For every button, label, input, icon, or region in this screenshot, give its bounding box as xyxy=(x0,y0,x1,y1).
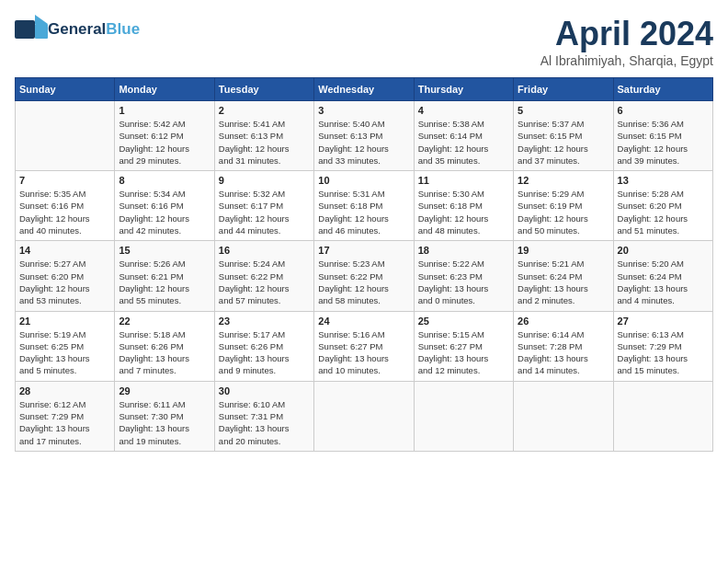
day-number: 25 xyxy=(418,316,509,327)
calendar-table: SundayMondayTuesdayWednesdayThursdayFrid… xyxy=(15,77,713,452)
day-info: Sunrise: 5:31 AM Sunset: 6:18 PM Dayligh… xyxy=(318,188,409,236)
day-info: Sunrise: 5:16 AM Sunset: 6:27 PM Dayligh… xyxy=(318,328,409,377)
calendar-cell: 6Sunrise: 5:36 AM Sunset: 6:15 PM Daylig… xyxy=(613,101,712,171)
day-number: 18 xyxy=(418,245,509,256)
day-number: 12 xyxy=(518,175,609,186)
day-number: 19 xyxy=(518,245,609,256)
day-info: Sunrise: 5:32 AM Sunset: 6:17 PM Dayligh… xyxy=(219,188,310,236)
day-info: Sunrise: 5:26 AM Sunset: 6:21 PM Dayligh… xyxy=(119,258,210,306)
day-info: Sunrise: 5:28 AM Sunset: 6:20 PM Dayligh… xyxy=(618,188,709,236)
day-number: 8 xyxy=(119,175,210,186)
calendar-cell: 21Sunrise: 5:19 AM Sunset: 6:25 PM Dayli… xyxy=(16,311,115,381)
day-info: Sunrise: 5:20 AM Sunset: 6:24 PM Dayligh… xyxy=(618,258,709,306)
weekday-sunday: Sunday xyxy=(16,78,115,101)
day-number: 24 xyxy=(318,316,409,327)
day-number: 1 xyxy=(119,105,210,116)
calendar-cell: 23Sunrise: 5:17 AM Sunset: 6:26 PM Dayli… xyxy=(214,311,313,381)
day-info: Sunrise: 6:10 AM Sunset: 7:31 PM Dayligh… xyxy=(219,398,310,447)
calendar-cell: 14Sunrise: 5:27 AM Sunset: 6:20 PM Dayli… xyxy=(16,241,115,311)
weekday-thursday: Thursday xyxy=(414,78,513,101)
calendar-body: 1Sunrise: 5:42 AM Sunset: 6:12 PM Daylig… xyxy=(16,101,713,452)
calendar-cell: 2Sunrise: 5:41 AM Sunset: 6:13 PM Daylig… xyxy=(214,101,313,171)
day-number: 11 xyxy=(418,175,509,186)
calendar-cell: 18Sunrise: 5:22 AM Sunset: 6:23 PM Dayli… xyxy=(414,241,513,311)
week-row-5: 28Sunrise: 6:12 AM Sunset: 7:29 PM Dayli… xyxy=(16,381,713,451)
svg-rect-0 xyxy=(15,20,35,39)
logo-icon xyxy=(15,15,48,44)
day-info: Sunrise: 5:29 AM Sunset: 6:19 PM Dayligh… xyxy=(518,188,609,236)
day-info: Sunrise: 5:17 AM Sunset: 6:26 PM Dayligh… xyxy=(219,328,310,377)
day-info: Sunrise: 5:27 AM Sunset: 6:20 PM Dayligh… xyxy=(19,258,110,306)
calendar-cell: 26Sunrise: 6:14 AM Sunset: 7:28 PM Dayli… xyxy=(514,311,613,381)
calendar-cell: 16Sunrise: 5:24 AM Sunset: 6:22 PM Dayli… xyxy=(214,241,313,311)
day-info: Sunrise: 5:37 AM Sunset: 6:15 PM Dayligh… xyxy=(518,118,609,167)
calendar-cell: 1Sunrise: 5:42 AM Sunset: 6:12 PM Daylig… xyxy=(115,101,214,171)
page-header: GeneralBlue April 2024 Al Ibrahimiyah, S… xyxy=(15,15,713,68)
calendar-cell: 5Sunrise: 5:37 AM Sunset: 6:15 PM Daylig… xyxy=(514,101,613,171)
svg-rect-2 xyxy=(35,24,48,39)
day-number: 21 xyxy=(19,316,110,327)
day-number: 14 xyxy=(19,245,110,256)
day-info: Sunrise: 5:15 AM Sunset: 6:27 PM Dayligh… xyxy=(418,328,509,377)
day-number: 30 xyxy=(219,385,310,396)
month-title: April 2024 xyxy=(540,15,713,53)
calendar-cell: 10Sunrise: 5:31 AM Sunset: 6:18 PM Dayli… xyxy=(314,171,414,241)
weekday-monday: Monday xyxy=(115,78,214,101)
day-info: Sunrise: 5:23 AM Sunset: 6:22 PM Dayligh… xyxy=(318,258,409,306)
day-info: Sunrise: 6:11 AM Sunset: 7:30 PM Dayligh… xyxy=(119,398,210,447)
calendar-cell: 9Sunrise: 5:32 AM Sunset: 6:17 PM Daylig… xyxy=(214,171,313,241)
day-number: 22 xyxy=(119,316,210,327)
week-row-4: 21Sunrise: 5:19 AM Sunset: 6:25 PM Dayli… xyxy=(16,311,713,381)
calendar-cell xyxy=(16,101,115,171)
day-number: 5 xyxy=(518,105,609,116)
day-number: 10 xyxy=(318,175,409,186)
day-number: 16 xyxy=(219,245,310,256)
day-number: 23 xyxy=(219,316,310,327)
day-number: 20 xyxy=(618,245,709,256)
calendar-cell: 17Sunrise: 5:23 AM Sunset: 6:22 PM Dayli… xyxy=(314,241,414,311)
day-info: Sunrise: 5:22 AM Sunset: 6:23 PM Dayligh… xyxy=(418,258,509,306)
day-info: Sunrise: 5:36 AM Sunset: 6:15 PM Dayligh… xyxy=(618,118,709,167)
calendar-cell: 3Sunrise: 5:40 AM Sunset: 6:13 PM Daylig… xyxy=(314,101,414,171)
day-info: Sunrise: 5:41 AM Sunset: 6:13 PM Dayligh… xyxy=(219,118,310,167)
week-row-1: 1Sunrise: 5:42 AM Sunset: 6:12 PM Daylig… xyxy=(16,101,713,171)
calendar-cell: 4Sunrise: 5:38 AM Sunset: 6:14 PM Daylig… xyxy=(414,101,513,171)
day-number: 2 xyxy=(219,105,310,116)
weekday-header-row: SundayMondayTuesdayWednesdayThursdayFrid… xyxy=(16,78,713,101)
calendar-cell xyxy=(613,381,712,451)
calendar-cell xyxy=(314,381,414,451)
location-title: Al Ibrahimiyah, Sharqia, Egypt xyxy=(540,53,713,68)
day-number: 7 xyxy=(19,175,110,186)
calendar-cell: 7Sunrise: 5:35 AM Sunset: 6:16 PM Daylig… xyxy=(16,171,115,241)
calendar-cell: 15Sunrise: 5:26 AM Sunset: 6:21 PM Dayli… xyxy=(115,241,214,311)
day-info: Sunrise: 6:14 AM Sunset: 7:28 PM Dayligh… xyxy=(518,328,609,377)
week-row-3: 14Sunrise: 5:27 AM Sunset: 6:20 PM Dayli… xyxy=(16,241,713,311)
day-number: 3 xyxy=(318,105,409,116)
calendar-cell: 29Sunrise: 6:11 AM Sunset: 7:30 PM Dayli… xyxy=(115,381,214,451)
day-number: 27 xyxy=(618,316,709,327)
calendar-cell: 24Sunrise: 5:16 AM Sunset: 6:27 PM Dayli… xyxy=(314,311,414,381)
day-info: Sunrise: 5:19 AM Sunset: 6:25 PM Dayligh… xyxy=(19,328,110,377)
day-number: 28 xyxy=(19,385,110,396)
calendar-cell: 20Sunrise: 5:20 AM Sunset: 6:24 PM Dayli… xyxy=(613,241,712,311)
day-number: 9 xyxy=(219,175,310,186)
day-info: Sunrise: 6:13 AM Sunset: 7:29 PM Dayligh… xyxy=(618,328,709,377)
day-info: Sunrise: 5:40 AM Sunset: 6:13 PM Dayligh… xyxy=(318,118,409,167)
calendar-cell: 27Sunrise: 6:13 AM Sunset: 7:29 PM Dayli… xyxy=(613,311,712,381)
logo: GeneralBlue xyxy=(15,15,140,44)
day-info: Sunrise: 5:34 AM Sunset: 6:16 PM Dayligh… xyxy=(119,188,210,236)
calendar-cell xyxy=(514,381,613,451)
svg-marker-1 xyxy=(35,15,48,24)
day-number: 29 xyxy=(119,385,210,396)
day-number: 13 xyxy=(618,175,709,186)
day-info: Sunrise: 5:18 AM Sunset: 6:26 PM Dayligh… xyxy=(119,328,210,377)
day-info: Sunrise: 5:35 AM Sunset: 6:16 PM Dayligh… xyxy=(19,188,110,236)
day-info: Sunrise: 5:30 AM Sunset: 6:18 PM Dayligh… xyxy=(418,188,509,236)
day-number: 17 xyxy=(318,245,409,256)
day-number: 6 xyxy=(618,105,709,116)
day-info: Sunrise: 5:24 AM Sunset: 6:22 PM Dayligh… xyxy=(219,258,310,306)
weekday-wednesday: Wednesday xyxy=(314,78,414,101)
day-info: Sunrise: 5:42 AM Sunset: 6:12 PM Dayligh… xyxy=(119,118,210,167)
title-area: April 2024 Al Ibrahimiyah, Sharqia, Egyp… xyxy=(540,15,713,68)
calendar-cell: 8Sunrise: 5:34 AM Sunset: 6:16 PM Daylig… xyxy=(115,171,214,241)
